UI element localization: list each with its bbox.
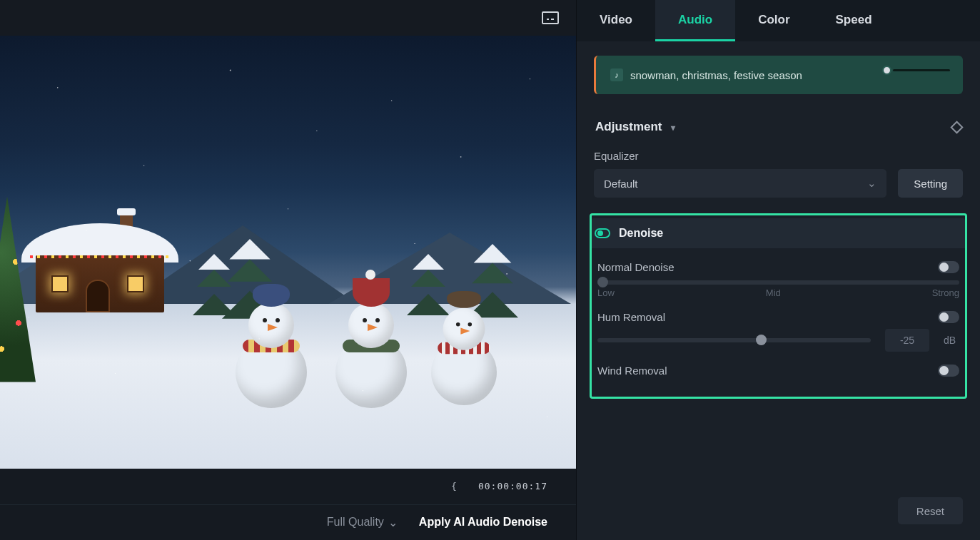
wind-removal-label: Wind Removal bbox=[597, 365, 667, 377]
preview-pane: { 00:00:00:17 Full Quality ⌄ Apply AI Au… bbox=[0, 0, 576, 540]
tab-audio[interactable]: Audio bbox=[655, 0, 735, 41]
equalizer-value: Default bbox=[604, 178, 638, 190]
inspector-panel: Video Audio Color Speed ♪ snowman, chris… bbox=[576, 0, 980, 540]
scene-snowfall bbox=[0, 36, 576, 469]
reset-button[interactable]: Reset bbox=[898, 497, 963, 524]
timecode-display: 00:00:00:17 bbox=[478, 481, 547, 491]
chevron-down-icon: ⌄ bbox=[867, 177, 877, 190]
adjustment-section-header[interactable]: Adjustment ▾ bbox=[594, 108, 963, 146]
music-icon: ♪ bbox=[610, 68, 623, 81]
normal-denoise-toggle[interactable] bbox=[938, 261, 959, 273]
track-name: snowman, christmas, festive season bbox=[630, 69, 802, 81]
tab-speed[interactable]: Speed bbox=[813, 0, 895, 41]
slider-label-low: Low bbox=[597, 287, 615, 298]
denoise-enable-toggle[interactable] bbox=[595, 228, 610, 238]
wind-removal-toggle[interactable] bbox=[938, 365, 959, 377]
equalizer-select[interactable]: Default ⌄ bbox=[594, 169, 886, 198]
denoise-section: Denoise Normal Denoise Low Mid Strong Hu… bbox=[590, 213, 967, 399]
slider-label-mid: Mid bbox=[766, 287, 781, 298]
normal-denoise-label: Normal Denoise bbox=[597, 261, 675, 273]
denoise-title: Denoise bbox=[619, 227, 663, 240]
quality-dropdown[interactable]: Full Quality ⌄ bbox=[327, 516, 398, 529]
hum-removal-slider[interactable] bbox=[597, 338, 871, 342]
slider-label-strong: Strong bbox=[932, 287, 959, 298]
chevron-down-icon: ▾ bbox=[671, 123, 675, 133]
normal-denoise-slider-labels: Low Mid Strong bbox=[597, 287, 959, 298]
hum-removal-value[interactable]: -25 bbox=[885, 329, 929, 352]
volume-knob-icon[interactable] bbox=[882, 66, 891, 75]
normal-denoise-slider[interactable] bbox=[597, 280, 959, 285]
chevron-down-icon: ⌄ bbox=[388, 516, 398, 529]
preview-viewport[interactable] bbox=[0, 36, 576, 469]
mark-in-icon[interactable]: { bbox=[451, 481, 457, 491]
equalizer-setting-button[interactable]: Setting bbox=[898, 169, 963, 198]
adjustment-title: Adjustment bbox=[595, 120, 662, 133]
quality-label: Full Quality bbox=[327, 516, 384, 529]
preview-controls: { 00:00:00:17 Full Quality ⌄ Apply AI Au… bbox=[0, 469, 576, 540]
denoise-header[interactable]: Denoise bbox=[592, 218, 965, 248]
keyframe-diamond-icon[interactable] bbox=[950, 121, 963, 133]
track-volume-slider[interactable] bbox=[882, 66, 950, 75]
audio-track-card[interactable]: ♪ snowman, christmas, festive season bbox=[594, 56, 963, 94]
hum-removal-toggle[interactable] bbox=[938, 311, 959, 323]
volume-track[interactable] bbox=[893, 69, 950, 71]
tab-color[interactable]: Color bbox=[735, 0, 812, 41]
inspector-footer: Reset bbox=[577, 482, 980, 540]
preview-topbar bbox=[0, 0, 576, 36]
apply-denoise-caption: Apply AI Audio Denoise bbox=[419, 516, 547, 529]
scopes-icon[interactable] bbox=[542, 11, 559, 24]
hum-removal-unit: dB bbox=[944, 335, 959, 346]
equalizer-label: Equalizer bbox=[594, 150, 963, 162]
inspector-tabs: Video Audio Color Speed bbox=[577, 0, 980, 41]
tab-video[interactable]: Video bbox=[577, 0, 655, 41]
inspector-body: ♪ snowman, christmas, festive season Adj… bbox=[577, 41, 980, 482]
hum-removal-label: Hum Removal bbox=[597, 311, 665, 323]
